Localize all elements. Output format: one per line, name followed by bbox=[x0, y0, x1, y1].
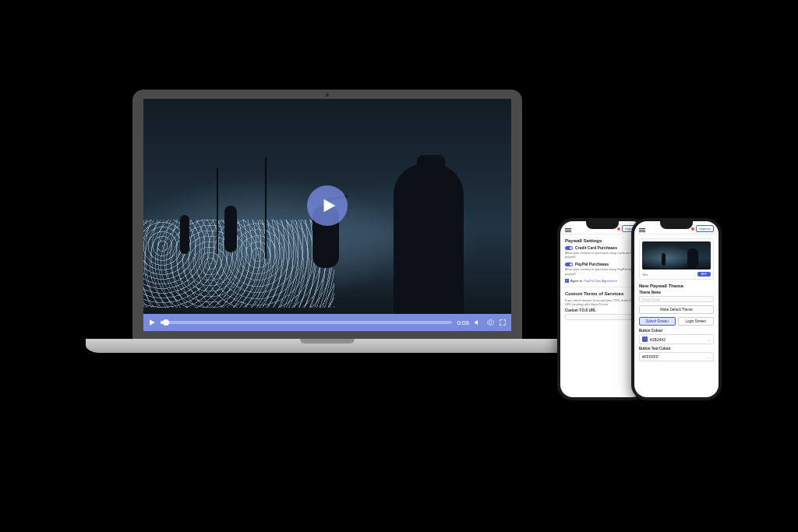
button-text-colour-picker[interactable]: #FFFFFF ⌄ bbox=[639, 352, 714, 361]
agree-text: Agree to bbox=[570, 279, 582, 283]
time-display: 0:08 bbox=[457, 319, 469, 326]
colour-swatch-icon bbox=[642, 336, 648, 342]
tab-splash-screen[interactable]: Splash Screen bbox=[639, 317, 676, 326]
setting-desc: Allow your viewers to purchase using car… bbox=[565, 251, 640, 259]
toggle-paypal[interactable] bbox=[565, 262, 573, 266]
toggle-credit-card[interactable] bbox=[565, 246, 573, 250]
agree-row: ✓ Agree to PayPal User Agreement bbox=[565, 279, 640, 283]
field-label: Button Text Colour bbox=[639, 347, 714, 351]
field-label: Theme Name bbox=[639, 291, 714, 294]
tab-login-screen[interactable]: Login Screen bbox=[678, 317, 715, 326]
play-button[interactable] bbox=[307, 185, 348, 226]
laptop-mockup: 0:08 bbox=[132, 90, 522, 353]
section-title: Custom Terms of Services bbox=[565, 291, 640, 296]
preview-thumbnail bbox=[642, 241, 711, 270]
setting-desc: Allow your viewers to purchase using Pay… bbox=[565, 267, 640, 275]
phone-paywall-theme: Upgrade Title BUY New Paywall Theme Them… bbox=[631, 218, 722, 400]
video-controls: 0:08 bbox=[143, 314, 511, 331]
settings-icon[interactable] bbox=[486, 319, 494, 326]
laptop-base bbox=[86, 339, 569, 353]
menu-icon[interactable] bbox=[565, 228, 571, 232]
section-title: New Paywall Theme bbox=[639, 284, 714, 288]
field-label: Button Colour bbox=[639, 329, 714, 333]
make-default-button[interactable]: Make Default Theme bbox=[639, 305, 714, 314]
section-desc: If you need viewers to accept your TOS, … bbox=[565, 298, 640, 306]
setting-credit-card: Credit Card Purchases Allow your viewers… bbox=[565, 245, 640, 259]
seek-bar[interactable] bbox=[161, 321, 452, 324]
setting-paypal: PayPal Purchases Allow your viewers to p… bbox=[565, 262, 640, 275]
field-label: Custom T.O.S URL bbox=[565, 308, 640, 312]
volume-icon[interactable] bbox=[474, 319, 482, 326]
theme-name-input[interactable]: Theme Name bbox=[639, 296, 714, 302]
play-icon bbox=[320, 197, 337, 214]
button-colour-picker[interactable]: #1B2442 ⌄ bbox=[639, 334, 714, 344]
menu-icon[interactable] bbox=[639, 228, 645, 232]
paypal-agreement-link[interactable]: PayPal User Agreement bbox=[584, 279, 617, 283]
phone-notch bbox=[660, 221, 693, 229]
theme-tabs: Splash Screen Login Screen bbox=[639, 317, 714, 326]
notification-dot-icon[interactable] bbox=[617, 227, 620, 231]
setting-label: PayPal Purchases bbox=[575, 262, 609, 266]
notification-dot-icon[interactable] bbox=[691, 227, 694, 231]
colour-value: #1B2442 bbox=[650, 337, 666, 342]
upgrade-button[interactable]: Upgrade bbox=[696, 225, 714, 232]
preview-buy-button[interactable]: BUY bbox=[697, 272, 711, 277]
chevron-down-icon: ⌄ bbox=[708, 354, 711, 359]
laptop-shell: 0:08 bbox=[132, 90, 522, 339]
setting-label: Credit Card Purchases bbox=[575, 245, 617, 250]
phone-notch bbox=[586, 221, 619, 229]
play-small-icon[interactable] bbox=[148, 319, 156, 326]
preview-title-label: Title bbox=[642, 273, 648, 277]
colour-value: #FFFFFF bbox=[642, 354, 659, 359]
fullscreen-icon[interactable] bbox=[499, 319, 507, 326]
camera-icon bbox=[326, 93, 329, 97]
chevron-down-icon: ⌄ bbox=[708, 337, 711, 342]
theme-preview: Title BUY bbox=[639, 238, 714, 280]
video-player[interactable]: 0:08 bbox=[143, 99, 511, 331]
agree-checkbox[interactable]: ✓ bbox=[565, 279, 569, 283]
section-title: Paywall Settings bbox=[565, 238, 640, 243]
tos-url-input[interactable] bbox=[565, 314, 640, 320]
